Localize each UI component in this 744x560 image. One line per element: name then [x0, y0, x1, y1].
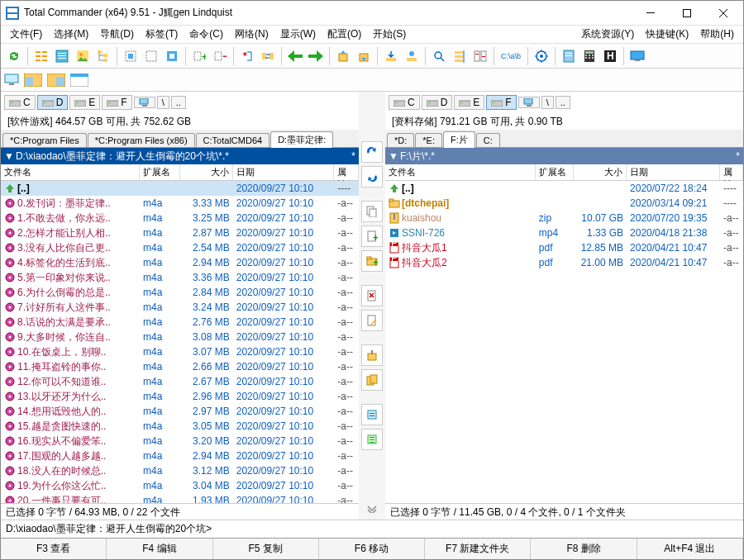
file-row[interactable]: 10.在饭桌上，别聊..m4a3.07 MB2020/09/27 10:10-a… — [1, 344, 359, 359]
tab[interactable]: C:TotalCMD64 — [196, 133, 270, 147]
cmd-button[interactable]: C:\a\b — [498, 46, 524, 66]
col-attr[interactable]: 属性 — [720, 164, 743, 180]
unpack-button[interactable] — [354, 46, 374, 66]
minimize-button[interactable] — [632, 2, 669, 25]
invert-select-button[interactable] — [162, 46, 182, 66]
col-date[interactable]: 日期 — [627, 164, 720, 180]
back-button[interactable] — [285, 46, 305, 66]
new-folder-button[interactable]: + — [361, 250, 383, 272]
pack-mid-button[interactable] — [361, 344, 383, 366]
col-size[interactable]: 大小 — [180, 164, 232, 180]
fnkey[interactable]: Alt+F4 退出 — [637, 539, 743, 559]
menu-item[interactable]: 系统资源(Y) — [575, 26, 640, 41]
file-row[interactable]: PDF抖音大瓜1pdf12.85 MB2020/04/21 10:47-a-- — [385, 240, 743, 255]
file-row[interactable]: 9.大多时候，你连自..m4a3.08 MB2020/09/27 10:10-a… — [1, 330, 359, 344]
col-date[interactable]: 日期 — [233, 164, 335, 180]
drive-nav[interactable]: \ — [541, 96, 554, 109]
desktop-button[interactable] — [627, 46, 647, 66]
left-pathbar[interactable]: ▼D:\xiaodao\墨菲定律：避开人生倒霉的20个坑\*.** — [1, 148, 359, 164]
drive-nav[interactable]: .. — [556, 96, 570, 109]
settings-button[interactable] — [532, 46, 551, 66]
file-row[interactable]: 1.不敢去做，你永远..m4a3.25 MB2020/09/27 10:10-a… — [1, 211, 359, 225]
view-brief-button[interactable] — [31, 46, 51, 66]
panel-left-icon[interactable] — [24, 74, 45, 87]
notepad-button[interactable] — [559, 46, 579, 66]
command-line[interactable]: D:\xiaodao\墨菲定律：避开人生倒霉的20个坑> — [1, 520, 743, 538]
file-row[interactable]: [dtchepai]2020/03/14 09:21---- — [385, 196, 743, 211]
drive-button-d[interactable]: D — [37, 95, 69, 110]
tab[interactable]: C: — [476, 133, 500, 147]
file-row[interactable]: 15.越是贪图快速的..m4a3.05 MB2020/09/27 10:10-a… — [1, 419, 359, 434]
menu-item[interactable]: 命令(C) — [184, 26, 229, 41]
fnkey[interactable]: F8 删除 — [531, 539, 637, 559]
menu-item[interactable]: 配置(O) — [322, 26, 367, 41]
file-row[interactable]: PDF抖音大瓜2pdf21.00 MB2020/04/21 10:47-a-- — [385, 255, 743, 270]
delete-button[interactable] — [361, 285, 383, 306]
drive-network[interactable] — [518, 97, 540, 108]
right-filelist[interactable]: [..]2020/07/22 18:24----[dtchepai]2020/0… — [385, 181, 743, 503]
file-row[interactable]: 13.以牙还牙为什么..m4a2.96 MB2020/09/27 10:10-a… — [1, 389, 359, 404]
file-row[interactable]: 11.掩耳盗铃的事你..m4a2.66 MB2020/09/27 10:10-a… — [1, 359, 359, 374]
menu-item[interactable]: 导航(D) — [94, 26, 140, 41]
drive-button-d[interactable]: D — [422, 95, 453, 110]
view-thumb-button[interactable] — [73, 46, 93, 66]
equal-button[interactable] — [361, 166, 383, 187]
left-filelist[interactable]: [..]2020/09/27 10:10----0.发刊词：墨菲定律..m4a3… — [1, 181, 359, 503]
file-row[interactable]: 8.话说的太满是要承..m4a2.76 MB2020/09/27 10:10-a… — [1, 315, 359, 330]
copy-mid-button[interactable] — [361, 369, 383, 391]
fnkey[interactable]: F7 新建文件夹 — [425, 539, 531, 559]
menu-item[interactable]: 网络(N) — [229, 26, 274, 41]
fnkey[interactable]: F3 查看 — [1, 539, 107, 559]
ftp-new-button[interactable] — [402, 46, 422, 66]
file-row[interactable]: 12.你可以不知道谁..m4a2.67 MB2020/09/27 10:10-a… — [1, 374, 359, 389]
tab[interactable]: C:Program Files — [2, 133, 87, 147]
reload-button[interactable] — [4, 46, 24, 66]
mark-minus-button[interactable]: − — [210, 46, 230, 66]
col-attr[interactable]: 属性 — [334, 164, 359, 180]
search-button[interactable] — [429, 46, 449, 66]
file-row[interactable]: 18.没人在的时候总..m4a3.12 MB2020/09/27 10:10-a… — [1, 463, 359, 478]
file-row[interactable]: 4.标签化的生活到底..m4a2.94 MB2020/09/27 10:10-a… — [1, 255, 359, 270]
file-row[interactable]: kuaishouzip10.07 GB2020/07/20 19:35-a-- — [385, 211, 743, 225]
file-row[interactable]: 17.围观的人越多越..m4a2.94 MB2020/09/27 10:10-a… — [1, 448, 359, 463]
multirename-button[interactable] — [450, 46, 470, 66]
file-row[interactable]: 19.为什么你这么忙..m4a3.04 MB2020/09/27 10:10-a… — [1, 478, 359, 493]
drive-network[interactable] — [134, 97, 155, 108]
drive-button-f[interactable]: F — [486, 95, 516, 110]
compare-button[interactable] — [470, 46, 490, 66]
drive-nav[interactable]: .. — [171, 96, 186, 109]
menu-item[interactable]: 标签(T) — [140, 26, 184, 41]
col-size[interactable]: 大小 — [574, 164, 627, 180]
menu-item[interactable]: 快捷键(K) — [640, 26, 694, 41]
drive-button-e[interactable]: E — [454, 95, 484, 110]
tab[interactable]: E: — [415, 133, 442, 147]
file-row[interactable]: 16.现实从不偏爱笨..m4a3.20 MB2020/09/27 10:10-a… — [1, 434, 359, 448]
menu-item[interactable]: 文件(F) — [4, 26, 48, 41]
tab[interactable]: C:Program Files (x86) — [88, 133, 195, 147]
drive-button-e[interactable]: E — [69, 95, 100, 110]
view-mid-button[interactable] — [361, 404, 383, 425]
file-row[interactable]: 5.第一印象对你来说..m4a3.36 MB2020/09/27 10:10-a… — [1, 270, 359, 285]
updir-row[interactable]: [..]2020/09/27 10:10---- — [1, 181, 359, 196]
copy-right-button[interactable] — [361, 201, 383, 222]
file-row[interactable]: 20.一件事只要有可..m4a1.93 MB2020/09/27 10:10-a… — [1, 493, 359, 503]
ftp-connect-button[interactable] — [381, 46, 401, 66]
menu-item[interactable]: 选择(M) — [48, 26, 94, 41]
tab[interactable]: D:墨菲定律: — [270, 131, 333, 148]
panel-right-icon[interactable] — [47, 74, 69, 87]
expand-down-button[interactable] — [361, 498, 383, 520]
hex-button[interactable]: H — [600, 46, 620, 66]
file-row[interactable]: 0.发刊词：墨菲定律..m4a3.33 MB2020/09/27 10:10-a… — [1, 196, 359, 211]
file-row[interactable]: 2.怎样才能让别人相..m4a2.87 MB2020/09/27 10:10-a… — [1, 225, 359, 240]
view-full-button[interactable] — [52, 46, 72, 66]
col-name[interactable]: 文件名 — [1, 164, 140, 180]
rename-button[interactable]: * — [237, 46, 257, 66]
menu-item[interactable]: 开始(S) — [367, 26, 412, 41]
drive-nav[interactable]: \ — [157, 96, 169, 109]
updir-row[interactable]: [..]2020/07/22 18:24---- — [385, 181, 743, 196]
tab[interactable]: D: — [387, 133, 414, 147]
file-row[interactable]: 3.没有人比你自己更..m4a2.54 MB2020/09/27 10:10-a… — [1, 240, 359, 255]
col-name[interactable]: 文件名 — [385, 164, 536, 180]
menu-item[interactable]: 显示(W) — [274, 26, 322, 41]
list-mid-button[interactable] — [361, 429, 383, 450]
